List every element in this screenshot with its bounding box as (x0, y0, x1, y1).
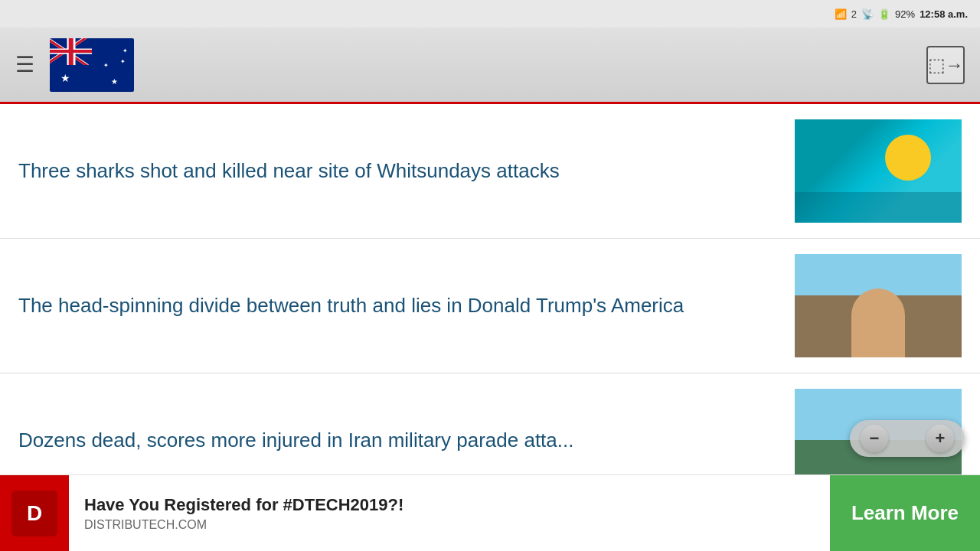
status-icons: 📶 2 📡 🔋 92% 12:58 a.m. (835, 8, 968, 20)
news-item-1[interactable]: Three sharks shot and killed near site o… (0, 104, 980, 239)
zoom-in-button[interactable]: + (926, 425, 954, 452)
header: ☰ ★ ✦ (0, 28, 980, 104)
news-title-1: Three sharks shot and killed near site o… (18, 159, 560, 182)
header-left: ☰ ★ ✦ (15, 38, 134, 92)
sharks-image (795, 119, 962, 223)
battery-icon: 🔋 (878, 8, 890, 20)
news-title-2: The head-spinning divide between truth a… (18, 294, 684, 317)
exit-button[interactable]: ⬚→ (926, 46, 965, 84)
star-4: ✦ (120, 58, 126, 65)
news-text-1: Three sharks shot and killed near site o… (18, 158, 795, 184)
ad-cta-label: Learn More (844, 494, 966, 533)
person-figure (851, 289, 905, 357)
status-bar: 📶 2 📡 🔋 92% 12:58 a.m. (0, 0, 980, 28)
news-image-2 (795, 254, 962, 357)
trump-image (795, 254, 962, 357)
wifi-icon: 📶 (835, 8, 847, 20)
ad-logo: D (0, 475, 69, 552)
news-container: Three sharks shot and killed near site o… (0, 104, 980, 507)
exit-icon-arrow: ⬚→ (928, 54, 964, 76)
signal-icon: 📡 (861, 8, 874, 20)
news-text-3: Dozens dead, scores more injured in Iran… (18, 428, 795, 454)
hamburger-menu-button[interactable]: ☰ (15, 52, 34, 77)
news-item-2[interactable]: The head-spinning divide between truth a… (0, 239, 980, 373)
star-3: ★ (111, 77, 118, 86)
ad-title: Have You Registered for #DTECH2019?! (84, 495, 815, 515)
sim-indicator: 2 (851, 8, 857, 20)
star-5: ✦ (122, 47, 128, 54)
zoom-out-button[interactable]: − (861, 425, 888, 452)
status-time: 12:58 a.m. (920, 8, 968, 20)
ad-logo-letter: D (11, 491, 57, 536)
news-title-3: Dozens dead, scores more injured in Iran… (18, 429, 573, 452)
battery-level: 92% (895, 8, 915, 20)
zoom-controls: − + (850, 420, 965, 457)
news-image-1 (795, 119, 962, 223)
ad-learn-more-button[interactable]: Learn More (830, 475, 980, 552)
star-2: ✦ (103, 62, 109, 69)
ad-banner: D Have You Registered for #DTECH2019?! D… (0, 474, 980, 551)
star-1: ★ (60, 72, 70, 84)
news-text-2: The head-spinning divide between truth a… (18, 293, 795, 319)
ad-url: DISTRIBUTECH.COM (84, 518, 815, 532)
union-jack (50, 38, 92, 65)
flag-australia: ★ ✦ ★ ✦ ✦ (50, 38, 134, 92)
ad-text-area: Have You Registered for #DTECH2019?! DIS… (69, 486, 830, 541)
